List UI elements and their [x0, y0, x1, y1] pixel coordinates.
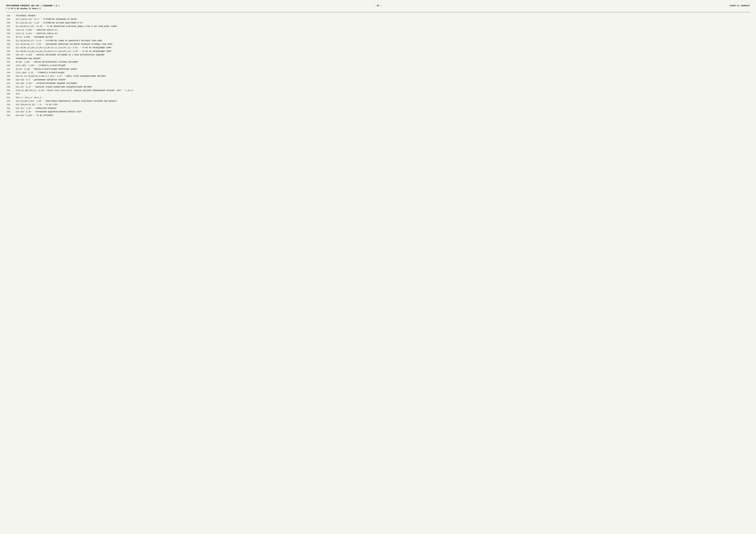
- row-text: ЕТ41-61 ДОП.R2(=1)' 0,013' 293#27,3#33,7…: [15, 89, 750, 92]
- table-row: 230Е6-1(А2=26,42)' 1,66' ' УСТРОЙСТВО БЕ…: [6, 21, 750, 25]
- table-row: 254Е15-511' 1,95' ' СИЛИКАТНАЯ ОКРАСКА*: [6, 107, 750, 110]
- row-number: 238: [6, 50, 15, 53]
- table-row: 253Е15-295(А2=13,33)' 7,0' ' ТО ЖЕ СТЕН*: [6, 103, 750, 107]
- row-number: 249: [6, 89, 15, 92]
- row-text: Е15-297(А2=2,05)' 3,50' ' ПОДГОТОВКА ПОВ…: [15, 100, 750, 103]
- row-text: Р15*: [15, 92, 750, 96]
- row-number: 232: [6, 29, 15, 32]
- row-number: 236: [6, 43, 15, 46]
- row-number: 239: [6, 53, 15, 57]
- row-text: Е12-267' 0,22' ' ПОКРЫТИЕ КРОВЛИ ВОЛНИСТ…: [15, 86, 750, 89]
- table-row: 239Е34-167' 0,389' ' ОКРАСКА МАСЛЯНЫМИ С…: [6, 53, 750, 57]
- row-number: 240: [6, 57, 15, 61]
- row-number: 235: [6, 39, 15, 43]
- row-number: 233: [6, 32, 15, 36]
- row-number: 256: [6, 114, 15, 117]
- row-number: 237: [6, 46, 15, 50]
- row-number: 245: [6, 75, 15, 78]
- table-row: 236Е11-55(А2=59,17)' 0,03' ' ЗАПОЛНЕНИЕ …: [6, 43, 750, 46]
- row-text: Е11-55(А2=59,17)' 0,14' ' УСТРОЙСТВО СЛИ…: [15, 39, 750, 43]
- content-table: 228РОГОЛОВКИ ТИПОВЫЕ*229Е11-3(А2=8,78)' …: [6, 14, 750, 117]
- row-number: 229: [6, 18, 15, 21]
- table-row: 228РОГОЛОВКИ ТИПОВЫЕ*: [6, 14, 750, 18]
- row-number: 254: [6, 107, 15, 110]
- row-text: Е15-662' 0,46' ' УЛУЧШЕННАЯ ВОДОЭМУЛЬСИО…: [15, 110, 750, 114]
- row-number: 241: [6, 61, 15, 64]
- table-row: 241Е9-88' 1,202' ' МОНТАЖ МЕТАЛЛИЧЕСКИХ …: [6, 61, 750, 64]
- header-subtitle: Г.2-IV-3.90 Альбом I2 Книга 2: [6, 8, 750, 10]
- table-row: 249ЕТ41-61 ДОП.R2(=1)' 0,013' 293#27,3#3…: [6, 89, 750, 92]
- table-row: 234Е6-63' 0,988' ' ЗАКЛАДНЫЕ ДЕТАЛИ*: [6, 36, 750, 39]
- page-container: ПРОГРАММНЫЙ КОМПЛЕКС АВС-3ЕС ( РЕДАКЦИЯ …: [6, 5, 750, 117]
- header-page-number: - 50 -: [254, 5, 502, 7]
- table-row: 232С124-16' 0,082' ' АРМАТУРА КЛАССА А1*: [6, 29, 750, 32]
- row-text: Е11-56(А5,14)(А3,14)(А4,14)(А2=13,21.14#…: [15, 50, 750, 53]
- table-row: 231Е6-226(А2=41,26)' 10,46' ' ТО ЖЕ МОНО…: [6, 25, 750, 28]
- table-row: 250Р15*: [6, 92, 750, 96]
- row-number: 247: [6, 82, 15, 85]
- table-row: 233С124-18' 0,631' ' АРМАТУРА КЛАССА А3*: [6, 32, 750, 36]
- table-row: 240РИАВИЛЬОНЫ НАД ВХОДОМ*: [6, 57, 750, 61]
- row-text: Е15-295(А2=13,33)' 7,0' ' ТО ЖЕ СТЕН*: [15, 103, 750, 107]
- row-text: Е11-56(А5,11)(А3,11)(А4,11)(А2=13,21.11#…: [15, 46, 750, 50]
- row-text: Е9-88' 1,202' ' МОНТАЖ МЕТАЛЛИЧЕСКИХ СТЕ…: [15, 61, 750, 64]
- row-number: 228: [6, 14, 15, 18]
- row-text: С124-18' 0,631' ' АРМАТУРА КЛАССА А3*: [15, 32, 750, 36]
- row-text: Е15-663' 0,065' ' ТО ЖЕ ПОТОЛКОВ*: [15, 114, 750, 117]
- table-row: 238Е11-56(А5,14)(А3,14)(А4,14)(А2=13,21.…: [6, 50, 750, 53]
- table-row: 248Е12-267' 0,22' ' ПОКРЫТИЕ КРОВЛИ ВОЛН…: [6, 86, 750, 89]
- row-text: Е9-94' 0,130' ' МОНТАЖ М/КОНСТРУКЦИЙ ПОП…: [15, 67, 750, 71]
- header-doc-number: 24383-11 14890107: [502, 5, 750, 7]
- row-number: 253: [6, 103, 15, 107]
- row-text: РИАВИЛЬОНЫ НАД ВХОДОМ*: [15, 57, 750, 61]
- row-text: Е10-206' 0,507' ' АНТИОСЕПТИРОВАНИЕ ВОДН…: [15, 82, 750, 85]
- table-row: 242С121-1921' 1,202' ' СТОИМОСТЬ М/КОНСТ…: [6, 64, 750, 67]
- row-number: 242: [6, 64, 15, 67]
- table-row: 235Е11-55(А2=59,17)' 0,14' ' УСТРОЙСТВО …: [6, 39, 750, 43]
- header-top: ПРОГРАММНЫЙ КОМПЛЕКС АВС-3ЕС ( РЕДАКЦИЯ …: [6, 5, 750, 7]
- row-text: Е34-167' 0,389' ' ОКРАСКА МАСЛЯНЫМИ СОСТ…: [15, 53, 750, 57]
- table-row: 256Е15-663' 0,065' ' ТО ЖЕ ПОТОЛКОВ*: [6, 114, 750, 117]
- table-row: 251Н3=1,1' Н4=1,1' Н5=1,1*: [6, 96, 750, 100]
- table-row: 243Е9-94' 0,130' ' МОНТАЖ М/КОНСТРУКЦИЙ …: [6, 67, 750, 71]
- row-number: 243: [6, 67, 15, 71]
- table-row: 252Е15-297(А2=2,05)' 3,50' ' ПОДГОТОВКА …: [6, 100, 750, 103]
- row-number: 231: [6, 25, 15, 28]
- row-text: Е10-192' 0,4' ' ДЕРЕВЯННАЯ ОБРЕШЕТКА КРО…: [15, 78, 750, 82]
- row-number: 255: [6, 110, 15, 114]
- row-number: 248: [6, 86, 15, 89]
- row-text: С121-1904' 0,13' ' СТОИМОСТЬ М/КОНСТРУКЦ…: [15, 71, 750, 75]
- row-text: Е6-63' 0,988' ' ЗАКЛАДНЫЕ ДЕТАЛИ*: [15, 36, 750, 39]
- row-text: С121-1921' 1,202' ' СТОИМОСТЬ М/КОНСТРУК…: [15, 64, 750, 67]
- row-number: 250: [6, 92, 15, 96]
- table-row: 244С121-1904' 0,13' ' СТОИМОСТЬ М/КОНСТР…: [6, 71, 750, 75]
- table-row: 237Е11-56(А5,11)(А3,11)(А4,11)(А2=13,21.…: [6, 46, 750, 50]
- table-row: 246Е10-192' 0,4' ' ДЕРЕВЯННАЯ ОБРЕШЕТКА …: [6, 78, 750, 82]
- row-text: Е26-63 111-30(А2=18,3+640:3,1,01#)' 0,24…: [15, 75, 750, 78]
- row-text: Е6-1(А2=26,42)' 1,66' ' УСТРОЙСТВО БЕТОН…: [15, 21, 750, 25]
- row-number: 230: [6, 21, 15, 25]
- row-text: РОГОЛОВКИ ТИПОВЫЕ*: [15, 14, 750, 18]
- table-row: 245Е26-63 111-30(А2=18,3+640:3,1,01#)' 0…: [6, 75, 750, 78]
- table-row: 255Е15-662' 0,46' ' УЛУЧШЕННАЯ ВОДОЭМУЛЬ…: [6, 110, 750, 114]
- row-number: 246: [6, 78, 15, 82]
- row-number: 252: [6, 100, 15, 103]
- row-text: Е6-226(А2=41,26)' 10,46' ' ТО ЖЕ МОНОЛИТ…: [15, 25, 750, 28]
- header-program-label: ПРОГРАММНЫЙ КОМПЛЕКС АВС-3ЕС ( РЕДАКЦИЯ …: [6, 5, 254, 7]
- row-text: С124-16' 0,082' ' АРМАТУРА КЛАССА А1*: [15, 29, 750, 32]
- row-text: Н3=1,1' Н4=1,1' Н5=1,1*: [15, 96, 750, 100]
- row-number: 244: [6, 71, 15, 75]
- row-text: Е15-511' 1,95' ' СИЛИКАТНАЯ ОКРАСКА*: [15, 107, 750, 110]
- row-number: 234: [6, 36, 15, 39]
- row-number: 251: [6, 96, 15, 100]
- row-text: Е11-55(А2=59,17)' 0,03' ' ЗАПОЛНЕНИЕ ЦЕМ…: [15, 43, 750, 46]
- table-row: 247Е10-206' 0,507' ' АНТИОСЕПТИРОВАНИЕ В…: [6, 82, 750, 85]
- row-text: Е11-3(А2=8,78)' 12,4' ' УСТРОЙСТВО ОСНОВ…: [15, 18, 750, 21]
- table-row: 229Е11-3(А2=8,78)' 12,4' ' УСТРОЙСТВО ОС…: [6, 18, 750, 21]
